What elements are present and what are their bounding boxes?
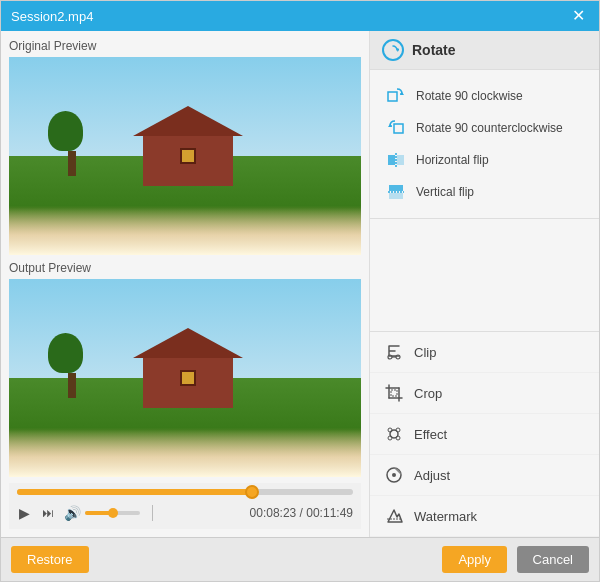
spacer	[370, 219, 599, 331]
effect-label: Effect	[414, 427, 447, 442]
svg-point-25	[392, 473, 396, 477]
action-buttons: Apply Cancel	[442, 546, 589, 573]
tree-trunk-2	[68, 373, 76, 398]
barn-roof-2	[133, 328, 243, 358]
menu-item-watermark[interactable]: Watermark	[370, 496, 599, 537]
svg-point-21	[396, 428, 400, 432]
svg-rect-3	[394, 124, 403, 133]
watermark-icon	[384, 506, 404, 526]
hflip-icon	[386, 150, 406, 170]
clip-icon	[384, 342, 404, 362]
output-farm-scene	[9, 279, 361, 477]
rotate-ccw-icon	[386, 118, 406, 138]
left-panel: Original Preview	[1, 31, 369, 537]
cancel-button[interactable]: Cancel	[517, 546, 589, 573]
svg-rect-5	[388, 155, 395, 165]
svg-rect-9	[389, 193, 403, 199]
svg-point-22	[388, 436, 392, 440]
rotate-cw-option[interactable]: Rotate 90 clockwise	[382, 80, 587, 112]
playback-row: ▶ ⏭ 🔊 00:08:23 / 00:11:49	[17, 503, 353, 523]
svg-rect-6	[397, 155, 404, 165]
progress-bar-fill	[17, 489, 252, 495]
vflip-option[interactable]: Vertical flip	[382, 176, 587, 208]
apply-button[interactable]: Apply	[442, 546, 507, 573]
rotate-header: Rotate	[370, 31, 599, 70]
right-panel: Rotate Rotate 90 clockwise	[369, 31, 599, 537]
rotate-options: Rotate 90 clockwise Rotate 90 counterclo…	[370, 70, 599, 219]
rotate-icon	[387, 44, 399, 56]
crop-icon	[384, 383, 404, 403]
crop-label: Crop	[414, 386, 442, 401]
tree-left	[62, 111, 83, 176]
step-forward-button[interactable]: ⏭	[40, 504, 56, 522]
progress-thumb	[245, 485, 259, 499]
title-bar: Session2.mp4 ✕	[1, 1, 599, 31]
tree-top	[48, 111, 83, 151]
tree-top-2	[48, 333, 83, 373]
divider	[152, 505, 153, 521]
menu-item-adjust[interactable]: Adjust	[370, 455, 599, 496]
main-window: Session2.mp4 ✕ Original Preview	[0, 0, 600, 582]
original-preview-box	[9, 57, 361, 255]
time-display: 00:08:23 / 00:11:49	[250, 506, 353, 520]
rotate-cw-icon	[386, 86, 406, 106]
flowers-overlay	[9, 176, 361, 255]
restore-button[interactable]: Restore	[11, 546, 89, 573]
progress-bar-container[interactable]	[17, 489, 353, 495]
tree-left-2	[62, 333, 83, 398]
rotate-title: Rotate	[412, 42, 456, 58]
svg-rect-18	[391, 390, 397, 396]
adjust-label: Adjust	[414, 468, 450, 483]
volume-thumb	[108, 508, 118, 518]
rotate-ccw-option[interactable]: Rotate 90 counterclockwise	[382, 112, 587, 144]
window-title: Session2.mp4	[11, 9, 93, 24]
hflip-label: Horizontal flip	[416, 153, 489, 167]
rotate-circle-icon	[382, 39, 404, 61]
menu-item-crop[interactable]: Crop	[370, 373, 599, 414]
barn-window	[180, 148, 196, 164]
menu-item-clip[interactable]: Clip	[370, 332, 599, 373]
volume-area: 🔊	[64, 505, 140, 521]
barn-window-2	[180, 370, 196, 386]
menu-item-effect[interactable]: Effect	[370, 414, 599, 455]
svg-point-20	[388, 428, 392, 432]
volume-icon: 🔊	[64, 505, 81, 521]
side-menu: Clip Crop	[370, 331, 599, 537]
volume-slider[interactable]	[85, 511, 140, 515]
watermark-label: Watermark	[414, 509, 477, 524]
effect-icon	[384, 424, 404, 444]
controls-area: ▶ ⏭ 🔊 00:08:23 / 00:11:49	[9, 483, 361, 529]
tree-trunk	[68, 151, 76, 176]
original-farm-scene	[9, 57, 361, 255]
rotate-ccw-label: Rotate 90 counterclockwise	[416, 121, 563, 135]
output-preview-label: Output Preview	[9, 261, 361, 275]
barn-roof	[133, 106, 243, 136]
vflip-label: Vertical flip	[416, 185, 474, 199]
svg-rect-1	[388, 92, 397, 101]
svg-point-23	[396, 436, 400, 440]
svg-rect-8	[389, 185, 403, 191]
adjust-icon	[384, 465, 404, 485]
original-preview-label: Original Preview	[9, 39, 361, 53]
close-button[interactable]: ✕	[568, 6, 589, 26]
rotate-cw-label: Rotate 90 clockwise	[416, 89, 523, 103]
flowers-overlay-2	[9, 398, 361, 477]
main-area: Original Preview	[1, 31, 599, 537]
output-preview-box	[9, 279, 361, 477]
bottom-bar: Restore Apply Cancel	[1, 537, 599, 581]
play-button[interactable]: ▶	[17, 503, 32, 523]
clip-label: Clip	[414, 345, 436, 360]
vflip-icon	[386, 182, 406, 202]
hflip-option[interactable]: Horizontal flip	[382, 144, 587, 176]
